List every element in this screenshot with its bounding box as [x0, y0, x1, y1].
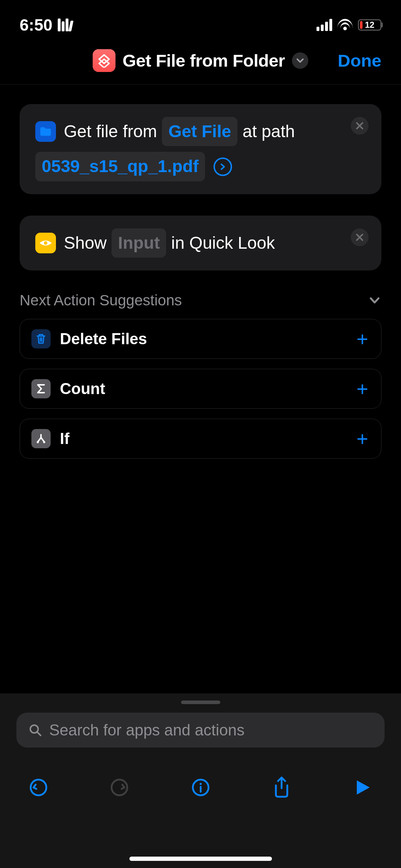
param-get-file[interactable]: Get File	[162, 117, 237, 146]
bottom-panel: Search for apps and actions	[0, 693, 401, 868]
redo-icon	[109, 777, 129, 797]
action-card-quick-look[interactable]: Show Input in Quick Look	[20, 216, 381, 270]
param-input[interactable]: Input	[112, 228, 166, 258]
suggestion-count[interactable]: Count +	[20, 369, 381, 409]
search-input[interactable]: Search for apps and actions	[16, 713, 385, 748]
suggestion-label: Count	[60, 380, 105, 398]
status-time: 6:50	[20, 15, 52, 35]
svg-point-1	[37, 441, 39, 443]
action-text: Get file from	[64, 118, 157, 145]
wifi-icon	[337, 19, 353, 31]
add-suggestion-button[interactable]: +	[356, 327, 368, 351]
share-button[interactable]	[267, 773, 297, 802]
param-file-path[interactable]: 0539_s15_qp_1.pdf	[35, 152, 205, 181]
cellular-icon	[317, 19, 332, 31]
action-text: Show	[64, 230, 107, 256]
svg-point-0	[44, 241, 47, 245]
suggestion-label: Delete Files	[60, 330, 147, 348]
add-suggestion-button[interactable]: +	[356, 377, 368, 401]
suggestion-delete-files[interactable]: Delete Files +	[20, 319, 381, 359]
close-icon	[356, 122, 364, 130]
svg-point-7	[200, 783, 202, 785]
page-title: Get File from Folder	[123, 51, 285, 71]
status-left: 6:50	[20, 15, 72, 35]
status-right: 12	[317, 19, 381, 31]
undo-button[interactable]	[24, 773, 53, 802]
action-text: in Quick Look	[171, 230, 275, 256]
suggestions-heading: Next Action Suggestions	[20, 292, 182, 309]
chevron-down-icon	[368, 294, 381, 307]
remove-action-button[interactable]	[351, 228, 369, 246]
shortcuts-app-icon	[93, 49, 115, 72]
eye-icon	[35, 233, 56, 253]
battery-percent: 12	[359, 19, 380, 31]
title-chevron-button[interactable]	[292, 52, 308, 69]
search-icon	[29, 723, 42, 737]
svg-point-2	[43, 441, 45, 443]
home-indicator[interactable]	[129, 857, 272, 861]
content: Get file from Get File at path 0539_s15_…	[0, 84, 401, 459]
sigma-icon	[31, 379, 51, 398]
play-icon	[353, 778, 372, 797]
books-icon	[58, 19, 72, 31]
redo-button[interactable]	[104, 773, 134, 802]
done-button[interactable]: Done	[338, 51, 382, 71]
branch-icon	[31, 429, 51, 448]
suggestions-header[interactable]: Next Action Suggestions	[20, 292, 381, 309]
suggestion-label: If	[60, 430, 70, 448]
status-bar: 6:50 12	[0, 0, 401, 39]
folder-icon	[35, 121, 56, 142]
remove-action-button[interactable]	[351, 117, 369, 135]
action-card-get-file[interactable]: Get file from Get File at path 0539_s15_…	[20, 104, 381, 194]
suggestion-if[interactable]: If +	[20, 419, 381, 459]
chevron-right-icon	[219, 163, 226, 170]
action-text: at path	[242, 118, 295, 145]
close-icon	[356, 233, 364, 241]
info-button[interactable]	[186, 773, 216, 802]
disclosure-button[interactable]	[214, 157, 232, 176]
trash-icon	[31, 329, 51, 348]
chevron-down-icon	[296, 56, 304, 65]
run-button[interactable]	[348, 773, 377, 802]
bottom-toolbar	[16, 773, 385, 802]
search-placeholder: Search for apps and actions	[49, 721, 245, 739]
sheet-grabber[interactable]	[181, 701, 220, 704]
battery-icon: 12	[358, 19, 381, 31]
title-wrap[interactable]: Get File from Folder	[93, 49, 309, 72]
title-bar: Get File from Folder Done	[0, 39, 401, 84]
info-icon	[191, 777, 211, 797]
add-suggestion-button[interactable]: +	[356, 427, 368, 450]
share-icon	[272, 776, 292, 799]
undo-icon	[29, 777, 48, 797]
